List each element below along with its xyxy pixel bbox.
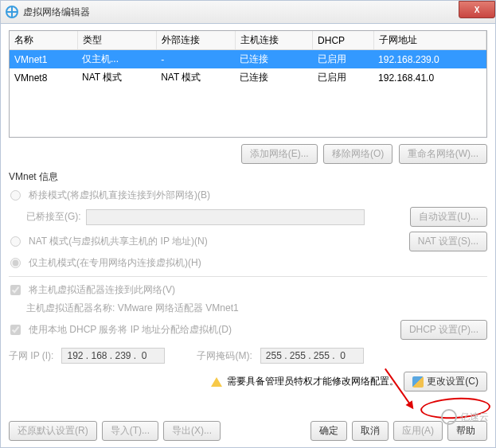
host-adapter-connect-label: 将主机虚拟适配器连接到此网络(V) — [29, 283, 175, 297]
network-table: 名称类型外部连接主机连接DHCP子网地址 VMnet1仅主机...-已连接已启用… — [9, 30, 487, 138]
use-dhcp-checkbox[interactable] — [10, 325, 21, 335]
auto-settings-button[interactable]: 自动设置(U)... — [410, 207, 487, 227]
table-header[interactable]: 主机连接 — [235, 31, 312, 50]
table-cell: VMnet8 — [10, 68, 77, 87]
close-button[interactable]: X — [459, 1, 495, 18]
bridged-label: 桥接模式(将虚拟机直接连接到外部网络)(B) — [29, 189, 210, 202]
table-cell: 192.168.239.0 — [373, 50, 486, 69]
subnet-ip-input[interactable] — [61, 348, 165, 364]
restore-defaults-button[interactable]: 还原默认设置(R) — [9, 421, 97, 441]
table-cell: 已启用 — [313, 68, 373, 87]
table-header[interactable]: DHCP — [313, 31, 373, 50]
bridged-to-label: 已桥接至(G): — [26, 210, 81, 224]
warning-icon — [211, 377, 222, 387]
footer: 还原默认设置(R) 导入(T)... 导出(X)... 确定 取消 应用(A) … — [9, 421, 487, 441]
ok-button[interactable]: 确定 — [310, 421, 347, 441]
watermark-text: 亿速云 — [460, 411, 489, 424]
bridged-option-row: 桥接模式(将虚拟机直接连接到外部网络)(B) — [10, 189, 487, 202]
table-header[interactable]: 名称 — [10, 31, 77, 50]
table-row[interactable]: VMnet1仅主机...-已连接已启用192.168.239.0 — [10, 50, 486, 69]
nat-label: NAT 模式(与虚拟机共享主机的 IP 地址)(N) — [29, 235, 208, 248]
admin-message: 需要具备管理员特权才能修改网络配置。 — [227, 375, 399, 388]
table-header[interactable]: 外部连接 — [156, 31, 235, 50]
subnet-mask-input[interactable] — [260, 348, 364, 364]
host-adapter-name-label: 主机虚拟适配器名称: VMware 网络适配器 VMnet1 — [26, 302, 239, 315]
table-cell: 192.168.41.0 — [373, 68, 486, 87]
table-cell: 已启用 — [313, 50, 373, 69]
shield-icon — [412, 376, 424, 388]
change-settings-label: 更改设置(C) — [427, 376, 478, 387]
nat-option-row: NAT 模式(与虚拟机共享主机的 IP 地址)(N) NAT 设置(S)... — [10, 232, 487, 251]
table-cell: NAT 模式 — [156, 68, 235, 87]
table-cell: - — [156, 50, 235, 69]
dhcp-settings-button[interactable]: DHCP 设置(P)... — [400, 320, 487, 340]
add-network-button[interactable]: 添加网络(E)... — [241, 144, 318, 164]
use-dhcp-row: 使用本地 DHCP 服务将 IP 地址分配给虚拟机(D) DHCP 设置(P).… — [10, 320, 487, 340]
nat-settings-button[interactable]: NAT 设置(S)... — [409, 232, 487, 251]
content: 名称类型外部连接主机连接DHCP子网地址 VMnet1仅主机...-已连接已启用… — [0, 24, 496, 448]
use-dhcp-label: 使用本地 DHCP 服务将 IP 地址分配给虚拟机(D) — [29, 323, 232, 337]
table-header[interactable]: 类型 — [77, 31, 156, 50]
change-settings-button[interactable]: 更改设置(C) — [404, 372, 487, 392]
table-row[interactable]: VMnet8NAT 模式NAT 模式已连接已启用192.168.41.0 — [10, 68, 486, 87]
bridged-radio[interactable] — [10, 190, 21, 201]
watermark: 亿速云 — [441, 409, 489, 425]
apply-button[interactable]: 应用(A) — [393, 421, 443, 441]
vmnet-info-title: VMnet 信息 — [9, 170, 487, 184]
bridged-to-select[interactable] — [86, 209, 365, 225]
titlebar: 虚拟网络编辑器 X — [0, 0, 496, 24]
window-title: 虚拟网络编辑器 — [23, 6, 90, 19]
subnet-row: 子网 IP (I): 子网掩码(M): — [9, 348, 487, 364]
table-header[interactable]: 子网地址 — [373, 31, 486, 50]
subnet-mask-label: 子网掩码(M): — [197, 349, 252, 363]
table-cell: 仅主机... — [77, 50, 156, 69]
app-icon — [6, 6, 18, 18]
rename-network-button[interactable]: 重命名网络(W)... — [399, 144, 487, 164]
import-button[interactable]: 导入(T)... — [102, 421, 158, 441]
subnet-ip-label: 子网 IP (I): — [9, 349, 53, 363]
hostonly-option-row: 仅主机模式(在专用网络内连接虚拟机)(H) — [10, 256, 487, 270]
cancel-button[interactable]: 取消 — [352, 421, 389, 441]
table-cell: VMnet1 — [10, 50, 77, 69]
hostonly-label: 仅主机模式(在专用网络内连接虚拟机)(H) — [29, 256, 201, 270]
network-button-row: 添加网络(E)... 移除网络(O) 重命名网络(W)... — [9, 144, 487, 164]
host-adapter-connect-row: 将主机虚拟适配器连接到此网络(V) — [10, 283, 487, 297]
table-cell: NAT 模式 — [77, 68, 156, 87]
hostonly-radio[interactable] — [10, 258, 21, 268]
nat-radio[interactable] — [10, 236, 21, 247]
table-cell: 已连接 — [235, 68, 312, 87]
host-adapter-connect-checkbox[interactable] — [10, 285, 21, 295]
bridged-to-row: 已桥接至(G): 自动设置(U)... — [26, 207, 487, 227]
table-cell: 已连接 — [235, 50, 312, 69]
watermark-icon — [441, 409, 457, 425]
admin-row: 需要具备管理员特权才能修改网络配置。 更改设置(C) — [9, 372, 487, 392]
export-button[interactable]: 导出(X)... — [163, 421, 221, 441]
remove-network-button[interactable]: 移除网络(O) — [323, 144, 393, 164]
host-adapter-name-row: 主机虚拟适配器名称: VMware 网络适配器 VMnet1 — [26, 302, 487, 315]
